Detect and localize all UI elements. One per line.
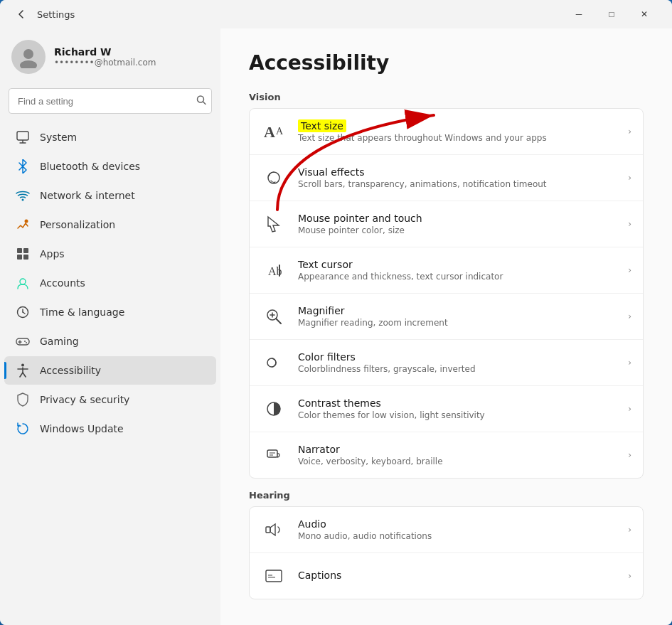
- svg-text:A: A: [276, 126, 284, 137]
- user-profile[interactable]: Richard W ••••••••@hotmail.com: [0, 28, 220, 88]
- sidebar-item-bluetooth[interactable]: Bluetooth & devices: [4, 152, 216, 181]
- audio-item[interactable]: Audio Mono audio, audio notifications ›: [250, 507, 643, 553]
- hearing-section-label: Hearing: [249, 490, 644, 501]
- time-icon: [16, 305, 30, 319]
- text-size-item[interactable]: A A Text size Text size that appears thr…: [250, 109, 643, 155]
- user-name: Richard W: [54, 46, 156, 58]
- visual-effects-text: Visual effects Scroll bars, transparency…: [298, 166, 617, 189]
- visual-effects-arrow: ›: [628, 173, 631, 183]
- search-input[interactable]: [9, 88, 212, 114]
- mouse-pointer-title: Mouse pointer and touch: [298, 213, 617, 224]
- contrast-themes-desc: Color themes for low vision, light sensi…: [298, 410, 617, 420]
- minimize-button[interactable]: ─: [562, 3, 595, 26]
- visual-effects-icon: [261, 165, 287, 191]
- accounts-icon: [16, 276, 30, 290]
- contrast-icon: [261, 396, 287, 422]
- narrator-desc: Voice, verbosity, keyboard, braille: [298, 456, 617, 466]
- text-cursor-icon: Ab: [261, 257, 287, 283]
- visual-effects-item[interactable]: Visual effects Scroll bars, transparency…: [250, 155, 643, 201]
- audio-text: Audio Mono audio, audio notifications: [298, 518, 617, 541]
- titlebar-left: Settings: [11, 4, 562, 24]
- color-filters-text: Color filters Colorblindness filters, gr…: [298, 351, 617, 374]
- user-email: ••••••••@hotmail.com: [54, 58, 156, 68]
- narrator-arrow: ›: [628, 450, 631, 460]
- privacy-icon: [16, 392, 30, 407]
- back-button[interactable]: [11, 4, 31, 24]
- color-filter-icon: [261, 350, 287, 375]
- svg-point-7: [22, 199, 24, 201]
- audio-title: Audio: [298, 518, 617, 530]
- close-button[interactable]: ✕: [628, 3, 661, 26]
- text-cursor-desc: Appearance and thickness, text cursor in…: [298, 272, 617, 282]
- text-cursor-text: Text cursor Appearance and thickness, te…: [298, 259, 617, 282]
- captions-item[interactable]: Captions ›: [250, 553, 643, 599]
- page-title: Accessibility: [249, 51, 644, 75]
- text-size-desc: Text size that appears throughout Window…: [298, 133, 617, 143]
- sidebar-item-time[interactable]: Time & language: [4, 298, 216, 326]
- sidebar-item-update[interactable]: Windows Update: [4, 415, 216, 443]
- svg-point-20: [24, 341, 26, 342]
- text-cursor-arrow: ›: [628, 265, 631, 275]
- color-filters-item[interactable]: Color filters Colorblindness filters, gr…: [250, 340, 643, 386]
- contrast-themes-item[interactable]: Contrast themes Color themes for low vis…: [250, 386, 643, 432]
- color-filters-arrow: ›: [628, 358, 631, 368]
- sidebar-label-network: Network & internet: [40, 190, 135, 201]
- sidebar-item-privacy[interactable]: Privacy & security: [4, 385, 216, 414]
- text-size-arrow: ›: [628, 127, 631, 137]
- sidebar-label-privacy: Privacy & security: [40, 394, 129, 405]
- text-cursor-item[interactable]: Ab Text cursor Appearance and thickness,…: [250, 247, 643, 294]
- sidebar-item-network[interactable]: Network & internet: [4, 181, 216, 210]
- text-size-text: Text size Text size that appears through…: [298, 120, 617, 143]
- narrator-item[interactable]: Narrator Voice, verbosity, keyboard, bra…: [250, 432, 643, 478]
- color-filters-title: Color filters: [298, 351, 617, 363]
- text-size-icon: A A: [261, 119, 287, 144]
- sidebar-nav: System Bluetooth & devices: [0, 122, 220, 444]
- magnifier-icon: [261, 304, 287, 329]
- vision-section-label: Vision: [249, 92, 644, 102]
- sidebar-label-time: Time & language: [40, 306, 124, 318]
- sidebar-item-accessibility[interactable]: Accessibility: [4, 356, 216, 385]
- svg-rect-11: [17, 255, 22, 260]
- sidebar-item-gaming[interactable]: Gaming: [4, 327, 216, 356]
- visual-effects-desc: Scroll bars, transparency, animations, n…: [298, 179, 617, 189]
- search-button[interactable]: [196, 95, 206, 107]
- svg-rect-4: [17, 132, 28, 140]
- settings-window: Settings ─ □ ✕ Richard W ••••••••@hotmai…: [0, 0, 672, 625]
- audio-icon: [261, 517, 287, 543]
- user-info: Richard W ••••••••@hotmail.com: [54, 46, 156, 68]
- svg-line-3: [203, 102, 206, 105]
- magnifier-item[interactable]: Magnifier Magnifier reading, zoom increm…: [250, 294, 643, 340]
- magnifier-desc: Magnifier reading, zoom increment: [298, 318, 617, 328]
- sidebar-label-bluetooth: Bluetooth & devices: [40, 161, 140, 172]
- main-wrapper: Accessibility Vision A A: [220, 28, 672, 625]
- sidebar-item-accounts[interactable]: Accounts: [4, 269, 216, 297]
- sidebar-label-accessibility: Accessibility: [40, 365, 101, 376]
- narrator-icon: [261, 442, 287, 468]
- svg-rect-42: [266, 570, 282, 582]
- network-icon: [16, 188, 30, 203]
- mouse-pointer-arrow: ›: [628, 219, 631, 229]
- sidebar-label-accounts: Accounts: [40, 277, 85, 289]
- sidebar-item-personalization[interactable]: Personalization: [4, 210, 216, 239]
- svg-rect-41: [266, 527, 270, 533]
- captions-title: Captions: [298, 570, 617, 581]
- window-content: Richard W ••••••••@hotmail.com: [0, 28, 672, 625]
- text-size-highlighted: Text size: [298, 119, 346, 132]
- narrator-text: Narrator Voice, verbosity, keyboard, bra…: [298, 444, 617, 466]
- text-size-title: Text size: [298, 120, 617, 132]
- maximize-button[interactable]: □: [595, 3, 628, 26]
- sidebar-item-apps[interactable]: Apps: [4, 240, 216, 268]
- sidebar-label-system: System: [40, 132, 77, 143]
- sidebar-item-system[interactable]: System: [4, 123, 216, 151]
- update-icon: [16, 422, 30, 436]
- captions-text: Captions: [298, 570, 617, 582]
- personalization-icon: [16, 218, 30, 232]
- main-content: Accessibility Vision A A: [220, 28, 672, 625]
- mouse-pointer-item[interactable]: Mouse pointer and touch Mouse pointer co…: [250, 201, 643, 247]
- gaming-icon: [16, 334, 30, 348]
- window-title: Settings: [37, 9, 75, 20]
- magnifier-title: Magnifier: [298, 305, 617, 316]
- audio-arrow: ›: [628, 525, 631, 535]
- sidebar-label-gaming: Gaming: [40, 336, 79, 347]
- avatar: [11, 40, 46, 74]
